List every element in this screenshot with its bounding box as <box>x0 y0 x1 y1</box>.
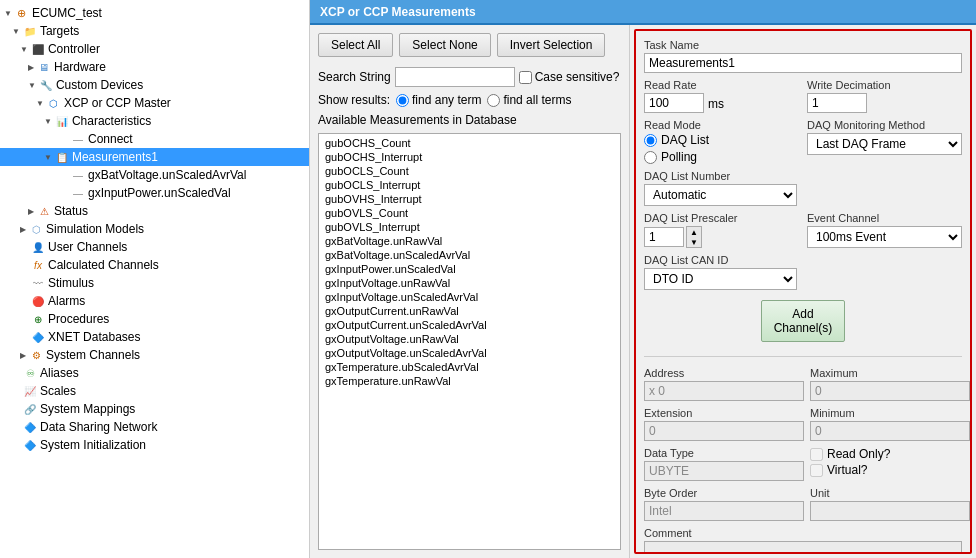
list-item[interactable]: gubOCLS_Count <box>321 164 618 178</box>
select-all-button[interactable]: Select All <box>318 33 393 57</box>
tree-item-gxbat[interactable]: — gxBatVoltage.unScaledAvrVal <box>0 166 309 184</box>
daq-list-number-label: DAQ List Number <box>644 170 797 182</box>
case-sensitive-checkbox[interactable] <box>519 71 532 84</box>
list-item[interactable]: gxBatVoltage.unRawVal <box>321 234 618 248</box>
daq-prescaler-row: ▲ ▼ <box>644 226 799 248</box>
list-item[interactable]: gxOutputCurrent.unRawVal <box>321 304 618 318</box>
sysmapping-icon: 🔗 <box>22 401 38 417</box>
read-rate-input[interactable] <box>644 93 704 113</box>
search-input[interactable] <box>395 67 515 87</box>
tree-item-measurements1[interactable]: 📋 Measurements1 <box>0 148 309 166</box>
tree-item-calcchannels[interactable]: fx Calculated Channels <box>0 256 309 274</box>
list-item[interactable]: gxOutputCurrent.unScaledAvrVal <box>321 318 618 332</box>
list-item[interactable]: gubOVLS_Interrupt <box>321 220 618 234</box>
comment-input[interactable] <box>644 541 962 554</box>
tree-item-connect[interactable]: — Connect <box>0 130 309 148</box>
task-name-label: Task Name <box>644 39 962 51</box>
virtual-checkbox[interactable] <box>810 464 823 477</box>
read-only-checkbox[interactable] <box>810 448 823 461</box>
tree-label-status: Status <box>54 204 88 218</box>
list-item[interactable]: gxInputVoltage.unRawVal <box>321 276 618 290</box>
daq-list-radio[interactable] <box>644 134 657 147</box>
status-icon: ⚠ <box>36 203 52 219</box>
daq-prescaler-input[interactable] <box>644 227 684 247</box>
tree-item-aliases[interactable]: ♾ Aliases <box>0 364 309 382</box>
unit-input[interactable] <box>810 501 970 521</box>
tree-item-dsn[interactable]: 🔷 Data Sharing Network <box>0 418 309 436</box>
tree-item-alarms[interactable]: 🔴 Alarms <box>0 292 309 310</box>
tree-item-characteristics[interactable]: 📊 Characteristics <box>0 112 309 130</box>
show-results-row: Show results: find any term find all ter… <box>318 93 621 107</box>
tree-item-controller[interactable]: ⬛ Controller <box>0 40 309 58</box>
find-all-radio[interactable] <box>487 94 500 107</box>
tree-item-sysmapping[interactable]: 🔗 System Mappings <box>0 400 309 418</box>
prescaler-down-button[interactable]: ▼ <box>687 237 701 247</box>
task-name-input[interactable] <box>644 53 962 73</box>
list-item[interactable]: gubOCHS_Interrupt <box>321 150 618 164</box>
list-item[interactable]: gxOutputVoltage.unRawVal <box>321 332 618 346</box>
tree-item-simmodels[interactable]: ⬡ Simulation Models <box>0 220 309 238</box>
data-type-group: Data Type <box>644 447 804 481</box>
maximum-group: Maximum <box>810 367 970 401</box>
list-item[interactable]: gxTemperature.unRawVal <box>321 374 618 388</box>
prescaler-up-button[interactable]: ▲ <box>687 227 701 237</box>
polling-option[interactable]: Polling <box>644 150 799 164</box>
daq-monitoring-select[interactable]: Last DAQ Frame <box>807 133 962 155</box>
tree-item-sysinit[interactable]: 🔷 System Initialization <box>0 436 309 454</box>
tree-item-status[interactable]: ⚠ Status <box>0 202 309 220</box>
extension-input[interactable] <box>644 421 804 441</box>
tree-item-scales[interactable]: 📈 Scales <box>0 382 309 400</box>
tree-item-gxinput[interactable]: — gxInputPower.unScaledVal <box>0 184 309 202</box>
list-item[interactable]: gubOVLS_Count <box>321 206 618 220</box>
add-channel-button[interactable]: AddChannel(s) <box>761 300 846 342</box>
polling-radio[interactable] <box>644 151 657 164</box>
calc-icon: fx <box>30 257 46 273</box>
list-item[interactable]: gxBatVoltage.unScaledAvrVal <box>321 248 618 262</box>
tree-item-syschan[interactable]: ⚙ System Channels <box>0 346 309 364</box>
invert-selection-button[interactable]: Invert Selection <box>497 33 606 57</box>
tree-item-userchannels[interactable]: 👤 User Channels <box>0 238 309 256</box>
event-channel-label: Event Channel <box>807 212 962 224</box>
data-type-input[interactable] <box>644 461 804 481</box>
stimulus-icon: 〰 <box>30 275 46 291</box>
measurements-list[interactable]: gubOCHS_Count gubOCHS_Interrupt gubOCLS_… <box>318 133 621 550</box>
tree-item-hardware[interactable]: 🖥 Hardware <box>0 58 309 76</box>
daq-monitoring-label: DAQ Monitoring Method <box>807 119 962 131</box>
tree-item-ecumc[interactable]: ⊕ ECUMC_test <box>0 4 309 22</box>
find-any-option[interactable]: find any term <box>396 93 481 107</box>
daq-can-id-select[interactable]: DTO ID <box>644 268 797 290</box>
daq-list-number-select[interactable]: Automatic <box>644 184 797 206</box>
byte-order-label: Byte Order <box>644 487 804 499</box>
event-channel-select[interactable]: 100ms Event <box>807 226 962 248</box>
list-item[interactable]: gubOVHS_Interrupt <box>321 192 618 206</box>
find-any-radio[interactable] <box>396 94 409 107</box>
tree-label-gxbat: gxBatVoltage.unScaledAvrVal <box>88 168 246 182</box>
read-only-label: Read Only? <box>827 447 890 461</box>
tree-item-targets[interactable]: 📁 Targets <box>0 22 309 40</box>
tree-item-xnetdb[interactable]: 🔷 XNET Databases <box>0 328 309 346</box>
write-decimation-input[interactable] <box>807 93 867 113</box>
list-item[interactable]: gxInputPower.unScaledVal <box>321 262 618 276</box>
list-item[interactable]: gxTemperature.ubScaledAvrVal <box>321 360 618 374</box>
list-item[interactable]: gubOCHS_Count <box>321 136 618 150</box>
tree-item-procedures[interactable]: ⊕ Procedures <box>0 310 309 328</box>
minimum-input[interactable] <box>810 421 970 441</box>
virtual-row: Virtual? <box>810 463 970 477</box>
show-results-label: Show results: <box>318 93 390 107</box>
daq-prescaler-label: DAQ List Prescaler <box>644 212 799 224</box>
maximum-input[interactable] <box>810 381 970 401</box>
byte-order-input[interactable] <box>644 501 804 521</box>
find-all-option[interactable]: find all terms <box>487 93 571 107</box>
daq-list-option[interactable]: DAQ List <box>644 133 799 147</box>
xcp-icon: ⬡ <box>46 95 62 111</box>
tree-item-stimulus[interactable]: 〰 Stimulus <box>0 274 309 292</box>
tree-item-xcp-master[interactable]: ⬡ XCP or CCP Master <box>0 94 309 112</box>
list-item[interactable]: gxOutputVoltage.unScaledAvrVal <box>321 346 618 360</box>
list-item[interactable]: gxInputVoltage.unScaledAvrVal <box>321 290 618 304</box>
arrow-ecumc <box>4 9 12 18</box>
tree-item-custom-devices[interactable]: 🔧 Custom Devices <box>0 76 309 94</box>
select-none-button[interactable]: Select None <box>399 33 490 57</box>
address-input[interactable] <box>644 381 804 401</box>
list-item[interactable]: gubOCLS_Interrupt <box>321 178 618 192</box>
polling-label: Polling <box>661 150 697 164</box>
